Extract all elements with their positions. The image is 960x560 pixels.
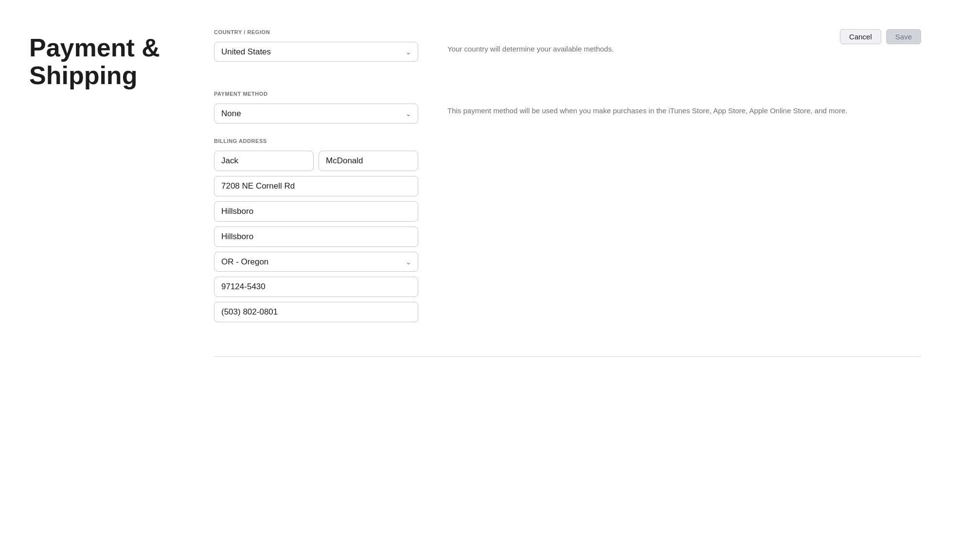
section-divider [214,356,921,357]
cancel-button[interactable]: Cancel [840,29,881,44]
country-label: COUNTRY / REGION [214,29,418,35]
country-region-section: COUNTRY / REGION United States ⌄ Your co… [214,29,921,62]
payment-method-select[interactable]: None [214,104,418,123]
county-input[interactable] [214,227,418,247]
first-name-input[interactable] [214,151,314,171]
top-actions: Cancel Save [840,29,921,44]
street-input[interactable] [214,176,418,196]
payment-select-wrapper: None ⌄ [214,104,418,123]
name-row [214,151,418,171]
left-panel: Payment & Shipping [29,29,185,531]
page-title: Payment & Shipping [29,34,185,89]
phone-input[interactable] [214,302,418,322]
payment-method-label: PAYMENT METHOD [214,91,418,97]
zip-input[interactable] [214,277,418,297]
payment-method-section: PAYMENT METHOD None ⌄ BILLING ADDRESS [214,91,921,322]
main-content: COUNTRY / REGION United States ⌄ Your co… [185,29,921,531]
state-select[interactable]: OR - Oregon [214,252,418,272]
country-select[interactable]: United States [214,42,418,62]
city-input[interactable] [214,201,418,222]
billing-address-label: BILLING ADDRESS [214,138,418,144]
payment-form-column: PAYMENT METHOD None ⌄ BILLING ADDRESS [214,91,418,322]
last-name-input[interactable] [319,151,418,171]
save-button[interactable]: Save [886,29,921,44]
state-select-wrapper: OR - Oregon ⌄ [214,252,418,272]
payment-info: This payment method will be used when yo… [447,91,921,322]
page-container: Payment & Shipping Cancel Save COUNTRY /… [0,0,960,560]
country-select-wrapper: United States ⌄ [214,42,418,62]
country-form-column: COUNTRY / REGION United States ⌄ [214,29,418,62]
